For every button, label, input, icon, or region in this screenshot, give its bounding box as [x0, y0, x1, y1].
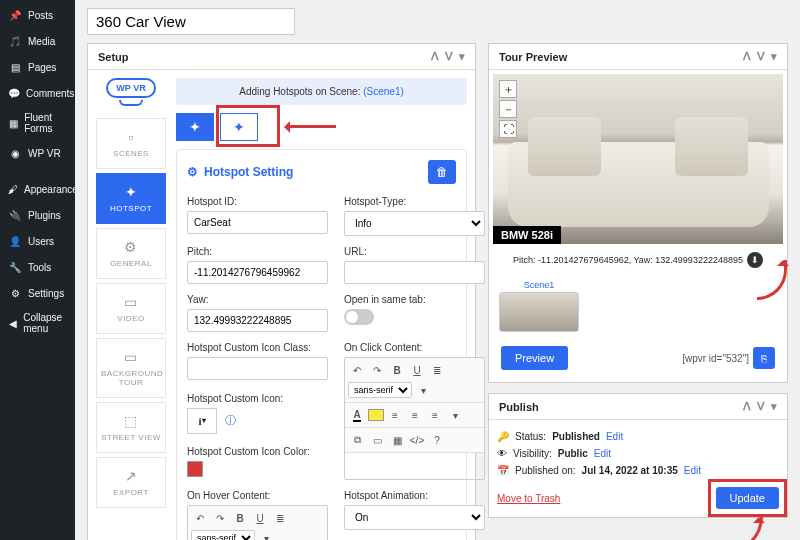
- more2-icon[interactable]: ▾: [446, 406, 464, 424]
- onhover-editor: ↶↷ BU ≣sans-serif▾ A ≡≡≡▾: [187, 505, 328, 540]
- undo-icon[interactable]: ↶: [191, 509, 209, 527]
- user-icon: 👤: [8, 234, 22, 248]
- code-icon[interactable]: </>: [408, 431, 426, 449]
- icon-picker-button[interactable]: i ▾: [187, 408, 217, 434]
- font-select[interactable]: sans-serif: [191, 530, 255, 540]
- tab-scenes[interactable]: ▫SCENES: [96, 118, 166, 169]
- align-left-icon[interactable]: ≡: [386, 406, 404, 424]
- tour-title-input[interactable]: [87, 8, 295, 35]
- tab-export[interactable]: ↗EXPORT: [96, 457, 166, 508]
- tool-icon: 🔧: [8, 260, 22, 274]
- highlight-icon[interactable]: [368, 409, 384, 421]
- plug-icon: 🔌: [8, 208, 22, 222]
- image-icon[interactable]: ▭: [368, 431, 386, 449]
- align-center-icon[interactable]: ≡: [406, 406, 424, 424]
- animation-select[interactable]: On: [344, 505, 485, 530]
- hotspot-tab-1[interactable]: ✦: [176, 113, 214, 141]
- gear-icon: ⚙: [187, 165, 198, 179]
- setup-panel-title: Setup: [98, 51, 129, 63]
- list-icon[interactable]: ≣: [428, 361, 446, 379]
- panorama-viewer[interactable]: ＋ － ⛶ BMW 528i: [493, 74, 783, 244]
- chevron-up-icon[interactable]: ᐱ: [743, 50, 751, 63]
- chevron-up-icon[interactable]: ᐱ: [743, 400, 751, 413]
- menu-plugins[interactable]: 🔌Plugins: [0, 202, 75, 228]
- streetview-icon: ⬚: [101, 413, 161, 429]
- chevron-down-icon[interactable]: ᐯ: [757, 400, 765, 413]
- menu-posts[interactable]: 📌Posts: [0, 2, 75, 28]
- underline-icon[interactable]: U: [251, 509, 269, 527]
- move-to-trash-link[interactable]: Move to Trash: [497, 493, 560, 504]
- bold-icon[interactable]: B: [388, 361, 406, 379]
- same-tab-toggle[interactable]: [344, 309, 374, 325]
- gear-icon: ⚙: [101, 239, 161, 255]
- icon-class-input[interactable]: [187, 357, 328, 380]
- pitch-yaw-readout: Pitch: -11.201427679645962, Yaw: 132.499…: [513, 255, 743, 265]
- yaw-input[interactable]: [187, 309, 328, 332]
- menu-media[interactable]: 🎵Media: [0, 28, 75, 54]
- info-icon[interactable]: ⓘ: [225, 413, 236, 428]
- delete-hotspot-button[interactable]: 🗑: [428, 160, 456, 184]
- menu-tools[interactable]: 🔧Tools: [0, 254, 75, 280]
- edit-status-link[interactable]: Edit: [606, 431, 623, 442]
- font-select[interactable]: sans-serif: [348, 382, 412, 398]
- fullscreen-button[interactable]: ⛶: [499, 120, 517, 138]
- hotspot-id-input[interactable]: [187, 211, 328, 234]
- redo-icon[interactable]: ↷: [368, 361, 386, 379]
- add-hotspot-button[interactable]: ✦: [220, 113, 258, 141]
- hotspot-type-select[interactable]: Info: [344, 211, 485, 236]
- field-icon-class: Hotspot Custom Icon Class:: [187, 342, 328, 383]
- more-icon[interactable]: ▾: [414, 381, 432, 399]
- tab-street-view[interactable]: ⬚STREET VIEW: [96, 402, 166, 453]
- chevron-down-icon[interactable]: ᐯ: [445, 50, 453, 63]
- caret-icon[interactable]: ▾: [771, 50, 777, 63]
- textcolor-icon[interactable]: A: [348, 406, 366, 424]
- menu-wpvr[interactable]: ◉WP VR: [0, 140, 75, 166]
- chevron-down-icon[interactable]: ᐯ: [757, 50, 765, 63]
- undo-icon[interactable]: ↶: [348, 361, 366, 379]
- export-icon: ↗: [101, 468, 161, 484]
- update-button[interactable]: Update: [716, 487, 779, 509]
- icon-color-picker[interactable]: [187, 461, 203, 477]
- pitch-input[interactable]: [187, 261, 328, 284]
- table-icon[interactable]: ▦: [388, 431, 406, 449]
- link-icon[interactable]: ⧉: [348, 431, 366, 449]
- onclick-content-input[interactable]: [345, 453, 484, 479]
- scene-link[interactable]: (Scene1): [363, 86, 404, 97]
- tab-hotspot[interactable]: ✦HOTSPOT: [96, 173, 166, 224]
- brush-icon: 🖌: [8, 182, 18, 196]
- edit-date-link[interactable]: Edit: [684, 465, 701, 476]
- edit-visibility-link[interactable]: Edit: [594, 448, 611, 459]
- field-same-tab: Open in same tab:: [344, 294, 485, 332]
- menu-fluent-forms[interactable]: ▦Fluent Forms: [0, 106, 75, 140]
- tab-general[interactable]: ⚙GENERAL: [96, 228, 166, 279]
- url-input[interactable]: [344, 261, 485, 284]
- help-icon[interactable]: ?: [428, 431, 446, 449]
- menu-collapse[interactable]: ◀Collapse menu: [0, 306, 75, 340]
- zoom-in-button[interactable]: ＋: [499, 80, 517, 98]
- menu-pages[interactable]: ▤Pages: [0, 54, 75, 80]
- caret-icon[interactable]: ▾: [459, 50, 465, 63]
- menu-appearance[interactable]: 🖌Appearance: [0, 176, 75, 202]
- list-icon[interactable]: ≣: [271, 509, 289, 527]
- bold-icon[interactable]: B: [231, 509, 249, 527]
- scene-thumb[interactable]: Scene1: [499, 278, 579, 332]
- menu-settings[interactable]: ⚙Settings: [0, 280, 75, 306]
- tab-background-tour[interactable]: ▭BACKGROUND TOUR: [96, 338, 166, 398]
- tab-video[interactable]: ▭VIDEO: [96, 283, 166, 334]
- caret-icon[interactable]: ▾: [771, 400, 777, 413]
- field-pitch: Pitch:: [187, 246, 328, 284]
- menu-comments[interactable]: 💬Comments: [0, 80, 75, 106]
- underline-icon[interactable]: U: [408, 361, 426, 379]
- align-right-icon[interactable]: ≡: [426, 406, 444, 424]
- menu-users[interactable]: 👤Users: [0, 228, 75, 254]
- redo-icon[interactable]: ↷: [211, 509, 229, 527]
- zoom-out-button[interactable]: －: [499, 100, 517, 118]
- copy-coords-button[interactable]: ⬇: [747, 252, 763, 268]
- car-interior-render: [508, 142, 769, 227]
- preview-button[interactable]: Preview: [501, 346, 568, 370]
- more-icon[interactable]: ▾: [257, 529, 275, 540]
- tour-preview-panel: Tour Preview ᐱᐯ▾ ＋ － ⛶ BMW 528i Pi: [488, 43, 788, 383]
- copy-shortcode-button[interactable]: ⎘: [753, 347, 775, 369]
- chevron-up-icon[interactable]: ᐱ: [431, 50, 439, 63]
- trash-icon: 🗑: [436, 165, 448, 179]
